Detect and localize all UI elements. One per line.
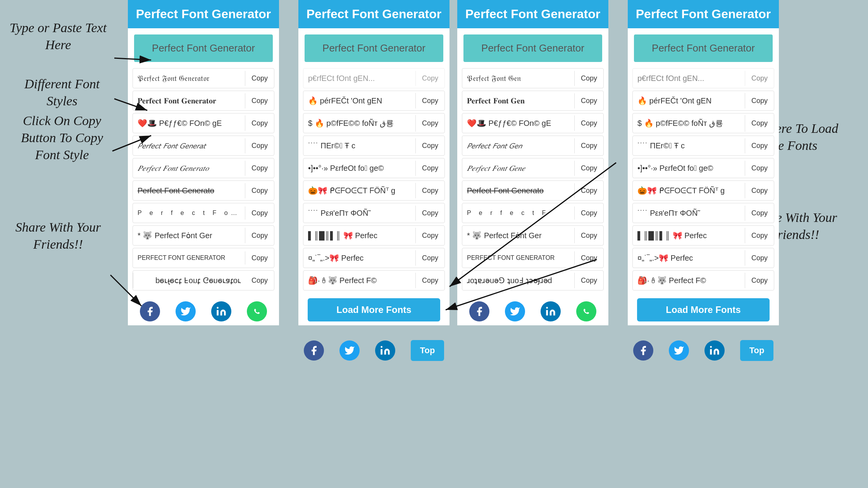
- linkedin-button-r3[interactable]: [704, 340, 725, 361]
- text-input-right2[interactable]: [463, 34, 602, 62]
- copy-button[interactable]: Copy: [575, 71, 603, 86]
- font-text: P e r f e c t F: [462, 206, 575, 220]
- facebook-button-r2[interactable]: [469, 301, 489, 321]
- copy-button[interactable]: Copy: [245, 139, 274, 153]
- copy-button[interactable]: Copy: [416, 161, 444, 175]
- twitter-button-r2[interactable]: [505, 301, 525, 321]
- copy-button[interactable]: Copy: [745, 94, 774, 108]
- text-input-middle[interactable]: [305, 34, 443, 62]
- font-text: 𝔓𝔢𝔯𝔣𝔢𝔠𝔱 𝔉𝔬𝔫𝔱 𝔊𝔢𝔫𝔢𝔯𝔞𝔱𝔬𝔯: [133, 71, 245, 86]
- phone-panel-middle: Perfect Font Generator p€rfECt fOnt gEN.…: [298, 0, 450, 325]
- font-text: 𝘗𝘦𝘳𝘧𝘦𝘤𝘵 𝘍𝘰𝘯𝘵 𝘎𝘦𝘯: [462, 138, 575, 153]
- copy-button[interactable]: Copy: [575, 161, 603, 175]
- copy-button[interactable]: Copy: [575, 251, 603, 265]
- font-row: PERFECT FONT GENERATOR Copy: [133, 248, 274, 268]
- font-row: p€rfECt fOnt gEN... Copy: [632, 68, 774, 88]
- twitter-button-r3[interactable]: [669, 340, 689, 361]
- font-text: * 🐺 Perfect Fȯnt Ger: [462, 228, 575, 243]
- load-more-button-right3[interactable]: Load More Fonts: [637, 298, 770, 321]
- font-text: 𝘗𝘦𝘳𝘧𝘦𝘤𝘵 𝘍𝘰𝘯𝘵 𝘎𝘦𝘯𝘦𝘳𝘢𝘵: [133, 138, 245, 153]
- font-text: 🔥 pérFEČt 'Ont gEN: [303, 93, 416, 108]
- social-bar-right: Top: [298, 333, 450, 366]
- app-title-right2: Perfect Font Generator: [463, 7, 602, 21]
- copy-button[interactable]: Copy: [416, 184, 444, 198]
- linkedin-button-right[interactable]: [375, 340, 395, 361]
- font-text: ˙˙˙˙ ΠΕr©ᷮ Ŧ c: [303, 138, 416, 153]
- font-text: $ 🔥 p©fFE©© foÑт ق룡: [633, 115, 745, 132]
- font-row: P e r f e c t F o n t Copy: [133, 203, 274, 223]
- font-row: * 🐺 Perfect Fȯnt Ger Copy: [462, 225, 604, 246]
- linkedin-button[interactable]: [211, 301, 231, 321]
- font-row: ˙˙˙˙ Pεя'eΠт ΦOÑ˜ Copy: [303, 203, 445, 223]
- copy-button[interactable]: Copy: [245, 251, 274, 265]
- whatsapp-button-r2[interactable]: [576, 301, 596, 321]
- copy-button[interactable]: Copy: [575, 94, 603, 108]
- copy-button[interactable]: Copy: [245, 229, 274, 243]
- copy-button[interactable]: Copy: [245, 71, 274, 86]
- copy-button[interactable]: Copy: [745, 71, 774, 86]
- phone-panel-right3: Perfect Font Generator p€rfECt fOnt gEN.…: [628, 0, 779, 325]
- copy-button[interactable]: Copy: [245, 273, 274, 288]
- font-row: ▌║█║▌║ 🎀 Perfec Copy: [632, 225, 774, 246]
- copy-button[interactable]: Copy: [575, 139, 603, 153]
- copy-button[interactable]: Copy: [416, 94, 444, 108]
- copy-button[interactable]: Copy: [416, 273, 444, 288]
- copy-button[interactable]: Copy: [745, 251, 774, 265]
- font-row: 🎃🎀 ᑭᕮᖴOᕮᑕT ᖴÖÑᵀ g Copy: [632, 180, 774, 201]
- font-text: 🎃🎀 ᑭᕮᖴOᕮᑕT ᖴÖÑᵀ g: [303, 183, 416, 198]
- font-text: 𝔓𝔢𝔯𝔣𝔢𝔠𝔱 𝔉𝔬𝔫𝔱 𝔊𝔢𝔫: [462, 71, 575, 86]
- copy-button[interactable]: Copy: [745, 161, 774, 175]
- font-text: ɹoʇɐɹǝuǝ⅁ ʇuoℲ ʇɔǝɟɹǝd: [133, 273, 245, 288]
- linkedin-button-r2[interactable]: [541, 301, 561, 321]
- facebook-button[interactable]: [140, 301, 160, 321]
- copy-button[interactable]: Copy: [416, 206, 444, 220]
- top-button[interactable]: Top: [411, 340, 444, 361]
- font-row: * 🐺 Perfect Fȯnt Ger Copy: [133, 225, 274, 246]
- twitter-button-right[interactable]: [339, 340, 360, 361]
- font-text: 𝑃𝑒𝑟𝑓𝑒𝑐𝑡 𝐹𝑜𝑛𝑡 𝐺𝑒𝑛𝑒: [462, 161, 575, 176]
- facebook-button-right[interactable]: [304, 340, 324, 361]
- copy-button[interactable]: Copy: [575, 229, 603, 243]
- font-text: PERFECT FONT GENERATOR: [133, 251, 245, 265]
- font-row: 𝔓𝔢𝔯𝔣𝔢𝔠𝔱 𝔉𝔬𝔫𝔱 𝔊𝔢𝔫 Copy: [462, 68, 604, 88]
- text-input-left[interactable]: [134, 34, 273, 62]
- facebook-button-r3[interactable]: [633, 340, 653, 361]
- copy-button[interactable]: Copy: [745, 229, 774, 243]
- copy-button[interactable]: Copy: [416, 229, 444, 243]
- svg-point-2: [546, 307, 548, 309]
- whatsapp-button[interactable]: [247, 301, 267, 321]
- copy-button[interactable]: Copy: [575, 184, 603, 198]
- top-button-r3[interactable]: Top: [740, 340, 774, 361]
- copy-button[interactable]: Copy: [416, 71, 444, 86]
- font-text: * 🐺 Perfect Fȯnt Ger: [133, 228, 245, 243]
- font-text: ❤️🎩 P€ƒƒ€© FOn© gE: [462, 115, 575, 131]
- load-more-button[interactable]: Load More Fonts: [308, 298, 440, 321]
- text-input-right3[interactable]: [634, 34, 773, 62]
- copy-button[interactable]: Copy: [745, 184, 774, 198]
- copy-button[interactable]: Copy: [416, 116, 444, 131]
- copy-button[interactable]: Copy: [745, 139, 774, 153]
- copy-button[interactable]: Copy: [575, 206, 603, 220]
- font-text: ¤„˙‾„.>🎀 Perfec: [633, 250, 745, 266]
- app-title-middle: Perfect Font Generator: [305, 7, 443, 21]
- copy-button[interactable]: Copy: [245, 94, 274, 108]
- font-row: $ 🔥 p©fFE©© foÑт ق룡 Copy: [632, 113, 774, 133]
- copy-button[interactable]: Copy: [245, 161, 274, 175]
- copy-button[interactable]: Copy: [745, 206, 774, 220]
- font-text: •]••°·» PεrfeOt fo᷊ ge©: [633, 161, 745, 176]
- font-row: •]••°·» PεrfeOt fo᷊ ge© Copy: [632, 158, 774, 178]
- copy-button[interactable]: Copy: [245, 206, 274, 220]
- copy-button[interactable]: Copy: [745, 116, 774, 131]
- copy-button[interactable]: Copy: [575, 116, 603, 131]
- copy-button[interactable]: Copy: [416, 251, 444, 265]
- copy-button[interactable]: Copy: [745, 273, 774, 288]
- header-right2: Perfect Font Generator: [457, 0, 608, 28]
- font-row: Perfect Font Generato Copy: [133, 180, 274, 201]
- copy-button[interactable]: Copy: [245, 184, 274, 198]
- font-row: 🎃🎀 ᑭᕮᖴOᕮᑕT ᖴÖÑᵀ g Copy: [303, 180, 445, 201]
- copy-button[interactable]: Copy: [575, 273, 603, 288]
- twitter-button[interactable]: [176, 301, 196, 321]
- copy-button[interactable]: Copy: [416, 139, 444, 153]
- font-list-right2: 𝔓𝔢𝔯𝔣𝔢𝔠𝔱 𝔉𝔬𝔫𝔱 𝔊𝔢𝔫 Copy 𝐏𝐞𝐫𝐟𝐞𝐜𝐭 𝐅𝐨𝐧𝐭 𝐆𝐞𝐧 C…: [457, 68, 608, 290]
- copy-button[interactable]: Copy: [245, 116, 274, 131]
